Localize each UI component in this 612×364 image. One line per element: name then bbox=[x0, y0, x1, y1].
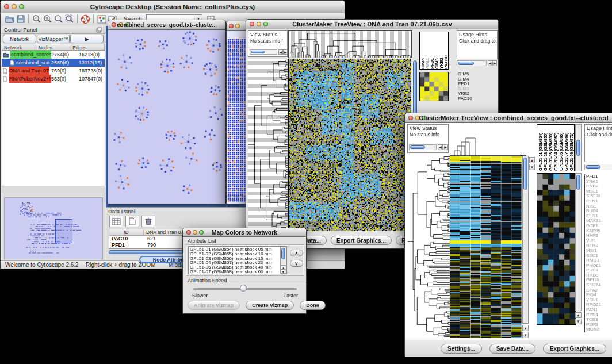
column-label[interactable]: PFD1 bbox=[430, 33, 434, 69]
heatmap-canvas[interactable] bbox=[450, 156, 522, 338]
scroll-right-icon[interactable]: ▶ bbox=[492, 60, 497, 66]
minimize-button[interactable] bbox=[235, 24, 240, 28]
scroll-down-icon[interactable]: ▼ bbox=[280, 270, 286, 274]
gene-label[interactable]: PFD1 bbox=[586, 174, 612, 179]
column-header-id[interactable]: ID bbox=[109, 229, 144, 235]
detail-vscrollbar[interactable] bbox=[575, 173, 582, 311]
gene-label[interactable]: CLN1 bbox=[586, 199, 612, 204]
save-icon[interactable] bbox=[15, 14, 26, 24]
scroll-down-icon[interactable]: ▼ bbox=[529, 164, 535, 170]
summary-heatmap-canvas[interactable] bbox=[419, 72, 449, 101]
gene-label[interactable]: SEC1 bbox=[586, 254, 612, 259]
control-panel-tab[interactable]: Network bbox=[3, 35, 36, 43]
scroll-down-icon[interactable]: ▼ bbox=[575, 319, 582, 324]
gene-label[interactable]: PAC10 bbox=[458, 97, 483, 102]
zoom-in-icon[interactable] bbox=[42, 14, 53, 24]
gene-label[interactable]: HRD3 bbox=[586, 273, 612, 278]
main-titlebar[interactable]: Cytoscape Desktop (Session Name: collins… bbox=[1, 1, 345, 13]
gene-label[interactable]: GPI16 bbox=[586, 278, 612, 283]
gene-label[interactable]: TCB3 bbox=[586, 317, 612, 323]
gene-label[interactable]: MAK31 bbox=[586, 219, 612, 224]
gene-label[interactable]: YSH1 bbox=[586, 298, 612, 303]
attribute-table-icon[interactable] bbox=[109, 216, 123, 227]
dialog-button[interactable]: Animate Vizmap bbox=[188, 301, 240, 310]
treeview2-titlebar[interactable]: ClusterMaker TreeView : combined_scores_… bbox=[405, 113, 612, 123]
column-header[interactable]: Nodes bbox=[36, 44, 71, 50]
scroll-up-icon[interactable]: ▲ bbox=[280, 266, 286, 270]
help-lifesaver-icon[interactable] bbox=[80, 14, 91, 24]
slider-thumb[interactable] bbox=[240, 285, 247, 292]
overview-selection-rect[interactable] bbox=[55, 219, 72, 243]
gene-label[interactable]: VIP1 bbox=[586, 239, 612, 244]
column-label[interactable]: GPL51-02 (GSM855) bbox=[543, 126, 548, 171]
view-status-hscrollbar[interactable] bbox=[250, 49, 277, 55]
vizmapper-icon[interactable] bbox=[96, 14, 107, 24]
gene-label[interactable]: HMG1 bbox=[586, 258, 612, 263]
gene-label[interactable]: YKE2 bbox=[458, 91, 483, 97]
network-view-titlebar[interactable]: combined_scores_good.txt--cluste... bbox=[108, 20, 225, 30]
column-label[interactable]: YKE2 bbox=[439, 33, 443, 69]
gene-label[interactable]: RPO21 bbox=[586, 302, 612, 308]
column-dendrogram-canvas[interactable] bbox=[450, 124, 526, 156]
column-label[interactable]: GPL51-01 (GSM854) bbox=[538, 126, 543, 171]
column-header[interactable]: Network bbox=[2, 44, 36, 50]
scroll-left-icon[interactable]: ◀ bbox=[488, 60, 492, 66]
gene-label[interactable]: YRA1 bbox=[586, 179, 612, 185]
network-row[interactable]: DNA and Tran 07 769(0) 183728(0) bbox=[2, 67, 105, 75]
column-label[interactable]: PAC10 bbox=[443, 33, 448, 69]
gene-label[interactable]: HAP3 bbox=[586, 233, 612, 239]
move-up-button[interactable]: ∧ bbox=[290, 250, 303, 256]
row-dendrogram-canvas[interactable] bbox=[248, 59, 288, 231]
network-view-2-titlebar[interactable] bbox=[227, 21, 246, 31]
gene-label[interactable]: PEP5 bbox=[586, 323, 612, 328]
column-label[interactable]: GPL51-08 (GSM872) bbox=[569, 126, 574, 171]
zoom-selected-icon[interactable] bbox=[53, 14, 64, 24]
window-network-view[interactable]: combined_scores_good.txt--cluste... bbox=[108, 20, 226, 204]
gene-label[interactable]: MSL1 bbox=[586, 189, 612, 194]
close-button[interactable] bbox=[229, 24, 234, 28]
column-label[interactable]: GIM4 bbox=[425, 33, 430, 69]
gene-label[interactable]: SEC24 bbox=[586, 283, 612, 288]
dialog-button[interactable]: Create Vizmap bbox=[246, 301, 294, 310]
column-label[interactable]: GPL51-06 (GSM865) bbox=[559, 126, 564, 171]
attribute-list-item[interactable]: GPL51-07 (GSM868) heat shock 60 min bbox=[190, 270, 286, 274]
control-panel-tab[interactable]: VizMapper™ bbox=[37, 35, 70, 43]
gene-label[interactable]: PHO81 bbox=[586, 263, 612, 269]
scroll-left-icon[interactable]: ◀ bbox=[438, 144, 443, 150]
row-dendrogram-canvas[interactable] bbox=[407, 156, 450, 338]
treeview-button[interactable]: Save Data... bbox=[489, 344, 536, 354]
float-panel-icon[interactable] bbox=[96, 25, 102, 35]
gene-label[interactable]: SPC98 bbox=[586, 194, 612, 199]
gene-label[interactable]: GIM5 bbox=[458, 72, 483, 77]
gene-label[interactable]: MON2 bbox=[586, 327, 612, 332]
scroll-up-icon[interactable]: ▲ bbox=[575, 312, 582, 318]
network-overview-canvas[interactable] bbox=[5, 198, 102, 259]
delete-attribute-trash-icon[interactable] bbox=[141, 216, 155, 227]
dialog-titlebar[interactable]: Map Colors to Network bbox=[183, 228, 306, 237]
detail-heatmap-canvas[interactable] bbox=[537, 173, 576, 325]
treeview1-titlebar[interactable]: ClusterMaker TreeView : DNA and Tran 07-… bbox=[246, 20, 498, 29]
scroll-up-icon[interactable]: ▲ bbox=[522, 325, 529, 331]
view-status-hscrollbar[interactable] bbox=[409, 144, 437, 150]
network-row[interactable]: RNAPuberNov2+! 563(0) 107847(0) bbox=[2, 75, 105, 83]
gene-label[interactable]: GTB1 bbox=[586, 224, 612, 229]
column-label[interactable]: GIM3 bbox=[434, 33, 439, 69]
gene-label[interactable]: NIS1 bbox=[586, 204, 612, 209]
treeview-button[interactable]: Export Graphics... bbox=[331, 236, 392, 245]
scroll-right-icon[interactable]: ▶ bbox=[283, 49, 288, 55]
gene-label[interactable]: GIM3 bbox=[458, 87, 483, 92]
column-header[interactable]: Edges bbox=[70, 44, 105, 50]
treeview-button[interactable]: Export Graphics... bbox=[543, 344, 606, 354]
network-graph-canvas[interactable] bbox=[108, 30, 225, 204]
zoom-fit-icon[interactable] bbox=[64, 14, 75, 24]
gene-label[interactable]: PUF3 bbox=[586, 268, 612, 273]
gene-label[interactable]: FIG4 bbox=[586, 293, 612, 298]
heatmap-canvas[interactable] bbox=[288, 59, 411, 231]
network-row[interactable]: combined_sco 2569(6) 13112(15) bbox=[2, 59, 105, 67]
gene-label[interactable]: BUD4 bbox=[586, 209, 612, 214]
dialog-map-colors[interactable]: Map Colors to Network Attribute List GPL… bbox=[182, 228, 307, 314]
gene-label[interactable]: RNR4 bbox=[586, 184, 612, 189]
gene-label[interactable]: NTR2 bbox=[586, 243, 612, 248]
new-attribute-icon[interactable] bbox=[125, 216, 139, 227]
scroll-up-icon[interactable]: ▲ bbox=[529, 157, 535, 163]
